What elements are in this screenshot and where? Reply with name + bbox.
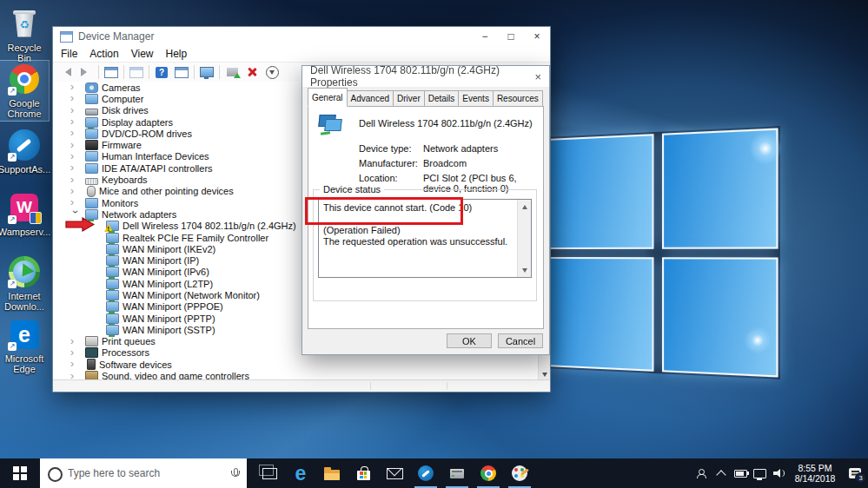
dialog-titlebar[interactable]: Dell Wireless 1704 802.11b/g/n (2.4GHz) …	[302, 66, 549, 87]
desktop-icon-recycle-bin[interactable]: ♻ Recycle Bin	[0, 5, 49, 65]
uninstall-device-icon[interactable]	[244, 64, 260, 80]
menu-view[interactable]: View	[125, 48, 160, 60]
chevron-collapsed-icon[interactable]: ›	[70, 187, 84, 196]
close-button[interactable]: ×	[524, 27, 550, 46]
taskbar-edge-button[interactable]: e	[285, 458, 316, 488]
taskbar-mail-button[interactable]	[379, 458, 410, 488]
task-view-icon	[262, 468, 277, 479]
tab-advanced[interactable]: Advanced	[347, 90, 394, 107]
taskbar-search[interactable]	[40, 458, 247, 488]
chevron-collapsed-icon[interactable]: ›	[70, 337, 84, 346]
tree-item-label: Processors	[102, 347, 149, 358]
battery-button[interactable]	[731, 458, 750, 488]
taskbar-paint-button[interactable]	[504, 458, 535, 488]
dvd-icon	[85, 129, 98, 139]
desktop-icon-google-chrome[interactable]: ↗ Google Chrome	[0, 61, 49, 121]
chevron-collapsed-icon[interactable]: ›	[70, 117, 84, 127]
menu-file[interactable]: File	[55, 48, 83, 60]
desktop-icon-microsoft-edge[interactable]: e↗ Microsoft Edge	[0, 316, 49, 376]
taskbar-store-button[interactable]	[348, 458, 379, 488]
scroll-up-icon[interactable]	[518, 200, 531, 213]
show-hidden-icons-button[interactable]	[712, 458, 731, 488]
cortana-icon	[48, 467, 63, 482]
desktop-icon-wampserver[interactable]: W ↗ Wampserv...	[0, 189, 49, 239]
back-icon[interactable]	[58, 64, 74, 80]
tree-item-label: WAN Miniport (IP)	[123, 255, 199, 266]
chevron-collapsed-icon[interactable]: ›	[70, 94, 84, 103]
taskbar-supportassist-button[interactable]	[410, 458, 441, 488]
export-icon[interactable]	[129, 64, 144, 80]
menu-help[interactable]: Help	[160, 48, 194, 60]
tab-general[interactable]: General	[308, 88, 348, 107]
chevron-collapsed-icon[interactable]: ›	[70, 348, 84, 358]
chevron-collapsed-icon[interactable]: ›	[70, 163, 84, 173]
device-name: Dell Wireless 1704 802.11b/g/n (2.4GHz)	[359, 118, 533, 129]
desktop-icon-label: Internet Downlo...	[0, 291, 49, 312]
volume-icon	[773, 469, 785, 478]
taskbar-device-manager-button[interactable]	[441, 458, 473, 488]
chevron-collapsed-icon[interactable]: ›	[70, 198, 84, 208]
chevron-collapsed-icon[interactable]: ›	[70, 359, 84, 369]
show-console-tree-icon[interactable]	[103, 64, 119, 80]
windows-start-icon	[13, 466, 27, 480]
window-title: Device Manager	[78, 30, 154, 43]
field-value: Network adapters	[423, 143, 498, 154]
menu-action[interactable]: Action	[83, 48, 124, 60]
network-button[interactable]	[750, 458, 769, 488]
chevron-collapsed-icon[interactable]: ›	[70, 82, 84, 92]
taskbar-file-explorer-button[interactable]	[316, 458, 348, 488]
desktop-icon-supportassist[interactable]: ↗ SupportAs...	[0, 127, 49, 176]
chevron-collapsed-icon[interactable]: ›	[70, 175, 84, 185]
mouse-icon	[87, 186, 96, 197]
start-button[interactable]	[0, 458, 40, 488]
task-view-button[interactable]	[254, 458, 285, 488]
taskbar-chrome-button[interactable]	[473, 458, 504, 488]
forward-icon[interactable]	[78, 64, 94, 80]
desktop-icon-label: SupportAs...	[0, 164, 50, 175]
desktop-icon-label: Microsoft Edge	[0, 353, 49, 374]
status-scrollbar[interactable]	[517, 200, 531, 277]
tab-details[interactable]: Details	[424, 90, 460, 107]
chevron-collapsed-icon[interactable]: ›	[70, 141, 84, 150]
chevron-collapsed-icon[interactable]: ›	[70, 152, 84, 162]
volume-button[interactable]	[769, 458, 788, 488]
scan-hardware-changes-icon[interactable]	[199, 64, 215, 80]
tab-events[interactable]: Events	[458, 90, 494, 107]
tab-resources[interactable]: Resources	[493, 90, 543, 107]
ok-button[interactable]: OK	[447, 333, 492, 348]
tree-item-label: Monitors	[102, 198, 138, 208]
people-button[interactable]	[692, 458, 712, 488]
hid-icon	[85, 151, 98, 162]
tab-driver[interactable]: Driver	[393, 90, 425, 107]
chevron-collapsed-icon[interactable]: ›	[70, 106, 84, 115]
tree-item-software-devices[interactable]: ›Software devices	[53, 359, 550, 370]
properties-icon[interactable]	[174, 64, 189, 80]
tree-item-label: IDE ATA/ATAPI controllers	[102, 163, 213, 174]
search-input[interactable]	[40, 458, 247, 488]
network-icon	[106, 301, 119, 312]
update-driver-icon[interactable]	[224, 64, 240, 80]
window-titlebar[interactable]: Device Manager − □ ×	[53, 27, 550, 46]
minimize-button[interactable]: −	[472, 27, 498, 46]
dialog-tabs: GeneralAdvancedDriverDetailsEventsResour…	[308, 90, 544, 107]
chevron-collapsed-icon[interactable]: ›	[70, 129, 84, 138]
maximize-button[interactable]: □	[498, 27, 524, 46]
scroll-down-icon[interactable]	[518, 264, 531, 277]
disable-device-icon[interactable]	[264, 64, 280, 80]
tree-item-label: Realtek PCIe FE Family Controller	[123, 233, 268, 243]
desktop-icon-internet-download-manager[interactable]: ↗ Internet Downlo...	[0, 254, 49, 313]
annotation-highlight-box	[305, 197, 463, 225]
cancel-button[interactable]: Cancel	[498, 333, 543, 348]
network-icon	[106, 325, 119, 335]
tree-item-label: WAN Miniport (SSTP)	[123, 325, 215, 335]
shield-badge-icon	[30, 212, 42, 224]
action-center-button[interactable]: 3	[842, 458, 868, 488]
taskbar-clock[interactable]: 8:55 PM 8/14/2018	[788, 463, 842, 484]
software-icon	[87, 359, 96, 370]
status-line: (Operation Failed)	[323, 225, 514, 236]
microphone-icon[interactable]	[231, 468, 238, 478]
tree-item-label: WAN Miniport (IKEv2)	[123, 244, 215, 254]
dialog-close-icon[interactable]: ×	[527, 66, 549, 87]
tree-item-label: Software devices	[99, 359, 172, 370]
help-icon[interactable]: ?	[154, 64, 169, 80]
